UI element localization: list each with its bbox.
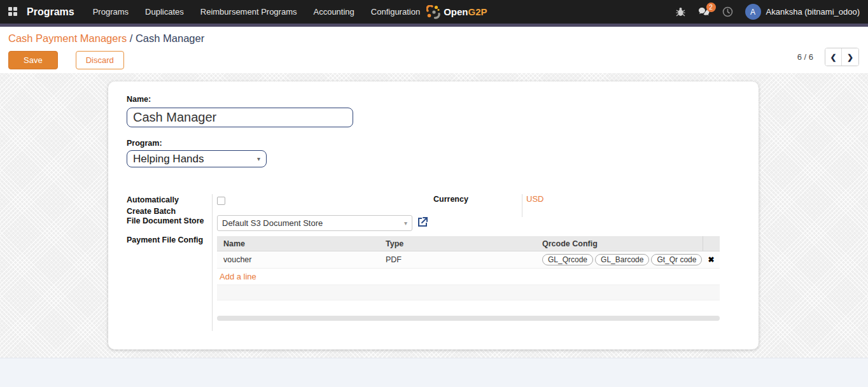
navbar-menu: Programs Duplicates Reimbursement Progra… <box>93 7 420 17</box>
table-header-row: Name Type Qrcode Config <box>217 236 720 251</box>
user-avatar: A <box>745 4 761 20</box>
currency-value-link[interactable]: USD <box>526 194 543 204</box>
caret-down-icon: ▾ <box>257 155 260 162</box>
user-menu[interactable]: A Akanksha (bitnami_odoo) <box>745 4 860 20</box>
delete-row-icon[interactable]: ✖ <box>708 256 714 264</box>
save-button[interactable]: Save <box>8 51 58 69</box>
name-field-label: Name: <box>127 95 151 104</box>
openg2p-logo-text: OpenG2P <box>444 6 487 17</box>
activities-clock-icon[interactable] <box>722 6 734 18</box>
nav-item-reimbursement-programs[interactable]: Reimbursement Programs <box>200 7 297 17</box>
pager-previous-button[interactable]: ❮ <box>825 48 842 66</box>
name-input[interactable] <box>127 108 353 127</box>
table-cell-delete: ✖ <box>703 256 720 264</box>
table-header-type: Type <box>379 239 538 248</box>
table-row[interactable]: voucher PDF GL_Qrcode GL_Barcode Gt_Qr c… <box>217 251 720 269</box>
pager-value[interactable]: 6 / 6 <box>797 52 813 62</box>
payment-file-config-table: Name Type Qrcode Config voucher PDF GL_Q… <box>217 236 720 321</box>
nav-item-programs[interactable]: Programs <box>93 7 129 17</box>
breadcrumb-current: Cash Manager <box>136 32 204 44</box>
table-header-qrcode-config: Qrcode Config <box>538 239 703 248</box>
add-a-line-link[interactable]: Add a line <box>217 272 256 281</box>
group-separator-left <box>212 194 213 331</box>
chevron-right-icon: ❯ <box>847 53 853 62</box>
openg2p-logo-icon <box>426 5 440 19</box>
file-document-store-select[interactable]: Default S3 Document Store ▾ <box>217 215 412 231</box>
payment-file-config-label: Payment File Config <box>127 236 203 244</box>
external-link-icon[interactable] <box>417 216 428 228</box>
control-panel: Cash Payment Managers / Cash Manager Sav… <box>0 27 868 73</box>
pager-next-button[interactable]: ❯ <box>842 48 858 66</box>
table-empty-row <box>217 285 720 300</box>
table-cell-name[interactable]: voucher <box>217 255 379 264</box>
program-field-label: Program: <box>127 139 162 148</box>
openg2p-logo: OpenG2P <box>426 5 487 19</box>
table-header-delete-column <box>703 236 720 251</box>
qrcode-tag: Gt_Qr code <box>651 254 702 265</box>
table-empty-row <box>217 300 720 316</box>
program-select[interactable]: Helping Hands ▾ <box>127 150 267 167</box>
table-header-name: Name <box>217 239 379 248</box>
form-action-buttons: Save Discard <box>8 51 124 69</box>
qrcode-tag: GL_Barcode <box>595 254 649 265</box>
table-horizontal-scrollbar[interactable] <box>217 316 720 321</box>
messages-badge: 2 <box>706 3 716 12</box>
bug-report-icon[interactable] <box>675 6 687 18</box>
breadcrumb-parent-link[interactable]: Cash Payment Managers <box>8 32 127 44</box>
breadcrumb: Cash Payment Managers / Cash Manager <box>8 32 204 45</box>
page-footer-area <box>0 358 868 387</box>
group-separator-right <box>522 194 522 217</box>
form-view-background: Name: Program: Helping Hands ▾ Automatic… <box>0 73 868 358</box>
breadcrumb-separator: / <box>127 32 136 44</box>
navbar-right: 2 A Akanksha (bitnami_odoo) <box>675 4 860 20</box>
table-cell-type[interactable]: PDF <box>379 255 538 264</box>
top-navbar: Programs Programs Duplicates Reimburseme… <box>0 0 868 24</box>
table-cell-qrcode-config[interactable]: GL_Qrcode GL_Barcode Gt_Qr code <box>538 254 703 265</box>
nav-item-duplicates[interactable]: Duplicates <box>145 7 184 17</box>
qrcode-tag: GL_Qrcode <box>542 254 593 265</box>
nav-item-configuration[interactable]: Configuration <box>371 7 420 17</box>
file-document-store-label: File Document Store <box>127 216 204 225</box>
chevron-left-icon: ❮ <box>830 53 836 62</box>
app-brand: Programs <box>27 6 74 18</box>
record-pager: 6 / 6 ❮ ❯ <box>797 48 859 66</box>
currency-label: Currency <box>433 195 468 204</box>
form-sheet: Name: Program: Helping Hands ▾ Automatic… <box>108 81 759 349</box>
caret-down-icon: ▾ <box>404 220 407 227</box>
user-name: Akanksha (bitnami_odoo) <box>766 7 860 17</box>
nav-item-accounting[interactable]: Accounting <box>313 7 354 17</box>
auto-create-batch-checkbox[interactable] <box>217 197 225 205</box>
add-line-row: Add a line <box>217 269 720 285</box>
program-select-value: Helping Hands <box>133 153 204 165</box>
pager-buttons: ❮ ❯ <box>825 48 859 66</box>
apps-grid-icon[interactable] <box>8 7 18 17</box>
auto-create-batch-label: Automatically Create Batch <box>127 195 200 217</box>
discard-button[interactable]: Discard <box>76 51 124 69</box>
file-document-store-value: Default S3 Document Store <box>222 218 323 228</box>
messages-icon[interactable]: 2 <box>698 6 711 18</box>
